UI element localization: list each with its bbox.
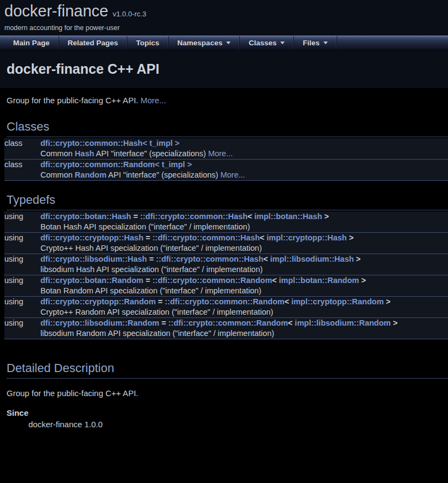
table-row-desc: Crypto++ Random API specialization ("int… xyxy=(4,307,448,318)
template-open: < xyxy=(272,276,279,285)
member-desc-spacer xyxy=(4,264,40,275)
table-row: class dfi::crypto::common::Random< t_imp… xyxy=(4,160,448,170)
desc-text: Common xyxy=(40,149,75,158)
member-desc-spacer xyxy=(4,149,40,160)
typedefs-table: using dfi::crypto::botan::Hash = ::dfi::… xyxy=(4,211,448,339)
member-desc: Botan Random API specialization ("interf… xyxy=(40,286,448,297)
typedef-target-link[interactable]: ::dfi::crypto::common::Random xyxy=(165,297,285,306)
typedef-target-link[interactable]: ::dfi::crypto::common::Hash xyxy=(156,255,263,263)
since-block: Since docker-finance 1.0.0 xyxy=(7,408,448,429)
member-kind: class xyxy=(4,160,40,170)
desc-text: API "interface" (specializations) xyxy=(107,170,221,179)
table-row-desc: libsodium Random API specialization ("in… xyxy=(4,328,448,339)
more-link[interactable]: More... xyxy=(220,170,245,179)
nav-tab-label: Topics xyxy=(136,39,160,47)
impl-link[interactable]: impl::cryptopp::Hash xyxy=(267,233,347,242)
impl-link[interactable]: impl::libsodium::Hash xyxy=(270,255,354,263)
nav-tab-label: Files xyxy=(303,39,320,47)
typedef-target-link[interactable]: ::dfi::crypto::common::Random xyxy=(152,276,272,285)
member-desc: Common Hash API "interface" (specializat… xyxy=(40,149,448,160)
impl-link[interactable]: impl::cryptopp::Random xyxy=(291,297,384,306)
table-row: using dfi::crypto::botan::Hash = ::dfi::… xyxy=(4,211,448,222)
template-open: < xyxy=(285,297,292,306)
member-desc: Crypto++ Hash API specialization ("inter… xyxy=(40,243,448,254)
impl-link[interactable]: impl::botan::Hash xyxy=(255,212,322,221)
classes-table: class dfi::crypto::common::Hash< t_impl … xyxy=(4,138,448,181)
detailed-description-body: Group for the public-facing C++ API. Sin… xyxy=(7,388,448,429)
typedef-link[interactable]: dfi::crypto::cryptopp::Hash xyxy=(40,233,144,242)
member-desc: libsodium Hash API specialization ("inte… xyxy=(40,264,448,275)
member-kind: class xyxy=(4,138,40,149)
member-kind: using xyxy=(4,275,40,286)
main-nav-list: Main Page Related Pages Topics Namespace… xyxy=(0,36,337,50)
typedef-link[interactable]: dfi::crypto::cryptopp::Random xyxy=(40,297,156,306)
nav-tab-files[interactable]: Files xyxy=(294,36,337,50)
contents: Group for the public-facing C++ API. Mor… xyxy=(0,96,448,429)
nav-tab-main-page[interactable]: Main Page xyxy=(4,36,59,50)
table-row: using dfi::crypto::botan::Random = ::dfi… xyxy=(4,275,448,286)
page-header: docker-finance C++ API xyxy=(0,51,448,88)
class-ref-link[interactable]: Random xyxy=(75,170,107,179)
intro-more-link[interactable]: More... xyxy=(140,96,166,105)
impl-link[interactable]: impl::libsodium::Random xyxy=(295,319,391,327)
eq-sign: = xyxy=(159,319,168,327)
member-desc-spacer xyxy=(4,243,40,254)
class-link[interactable]: dfi::crypto::common::Hash< t_impl > xyxy=(40,139,180,148)
since-value: docker-finance 1.0.0 xyxy=(28,420,448,429)
chevron-down-icon xyxy=(323,42,328,44)
typedef-target-link[interactable]: ::dfi::crypto::common::Hash xyxy=(152,233,260,242)
intro-text-body: Group for the public-facing C++ API. xyxy=(7,96,140,105)
project-name: docker-financev1.0.0-rc.3 xyxy=(4,2,444,23)
class-ref-link[interactable]: Hash xyxy=(75,149,94,158)
member-name: dfi::crypto::botan::Random = ::dfi::cryp… xyxy=(40,275,448,286)
typedef-link[interactable]: dfi::crypto::libsodium::Hash xyxy=(40,255,147,263)
nav-tab-label: Classes xyxy=(249,39,276,47)
project-brief: modern accounting for the power-user xyxy=(4,23,444,32)
table-row-desc: Common Random API "interface" (specializ… xyxy=(4,170,448,181)
member-desc-spacer xyxy=(4,170,40,181)
template-open: < xyxy=(263,255,270,263)
eq-sign: = xyxy=(156,297,165,306)
impl-link[interactable]: impl::botan::Random xyxy=(279,276,359,285)
template-open: < xyxy=(288,319,295,327)
nav-tab-related-pages[interactable]: Related Pages xyxy=(59,36,127,50)
nav-tab-namespaces[interactable]: Namespaces xyxy=(169,36,240,50)
table-row-desc: Crypto++ Hash API specialization ("inter… xyxy=(4,243,448,254)
template-close: > xyxy=(384,297,391,306)
table-row: using dfi::crypto::libsodium::Hash = ::d… xyxy=(4,254,448,265)
project-name-text: docker-finance xyxy=(4,2,108,20)
masthead: docker-financev1.0.0-rc.3 modern account… xyxy=(0,0,448,36)
class-link[interactable]: dfi::crypto::common::Random< t_impl > xyxy=(40,160,192,169)
member-desc-spacer xyxy=(4,222,40,233)
desc-text: Common xyxy=(40,170,75,179)
nav-tab-topics[interactable]: Topics xyxy=(127,36,169,50)
chevron-down-icon xyxy=(226,42,231,44)
typedef-target-link[interactable]: ::dfi::crypto::common::Random xyxy=(168,319,288,327)
table-row-desc: Botan Hash API specialization ("interfac… xyxy=(4,222,448,233)
typedef-link[interactable]: dfi::crypto::libsodium::Random xyxy=(40,319,159,327)
typedef-target-link[interactable]: ::dfi::crypto::common::Hash xyxy=(140,212,247,221)
template-open: < xyxy=(247,212,255,221)
table-row: using dfi::crypto::libsodium::Random = :… xyxy=(4,318,448,329)
table-row-desc: libsodium Hash API specialization ("inte… xyxy=(4,264,448,275)
intro-text: Group for the public-facing C++ API. Mor… xyxy=(7,96,448,105)
nav-tab-classes[interactable]: Classes xyxy=(240,36,294,50)
table-row: using dfi::crypto::cryptopp::Random = ::… xyxy=(4,297,448,308)
more-link[interactable]: More... xyxy=(208,149,233,158)
typedef-link[interactable]: dfi::crypto::botan::Random xyxy=(40,276,143,285)
typedef-link[interactable]: dfi::crypto::botan::Hash xyxy=(40,212,131,221)
member-desc-spacer xyxy=(4,286,40,297)
eq-sign: = xyxy=(143,276,152,285)
desc-text: API "interface" (specializations) xyxy=(94,149,208,158)
template-close: > xyxy=(354,255,361,263)
member-name: dfi::crypto::libsodium::Hash = ::dfi::cr… xyxy=(40,254,448,265)
template-close: > xyxy=(359,276,366,285)
member-name: dfi::crypto::cryptopp::Hash = ::dfi::cry… xyxy=(40,233,448,244)
template-close: > xyxy=(347,233,354,242)
nav-tab-label: Namespaces xyxy=(178,39,223,47)
member-kind: using xyxy=(4,297,40,308)
project-version: v1.0.0-rc.3 xyxy=(113,10,146,18)
member-kind: using xyxy=(4,211,40,222)
member-desc: Botan Hash API specialization ("interfac… xyxy=(40,222,448,233)
member-desc: Common Random API "interface" (specializ… xyxy=(40,170,448,181)
